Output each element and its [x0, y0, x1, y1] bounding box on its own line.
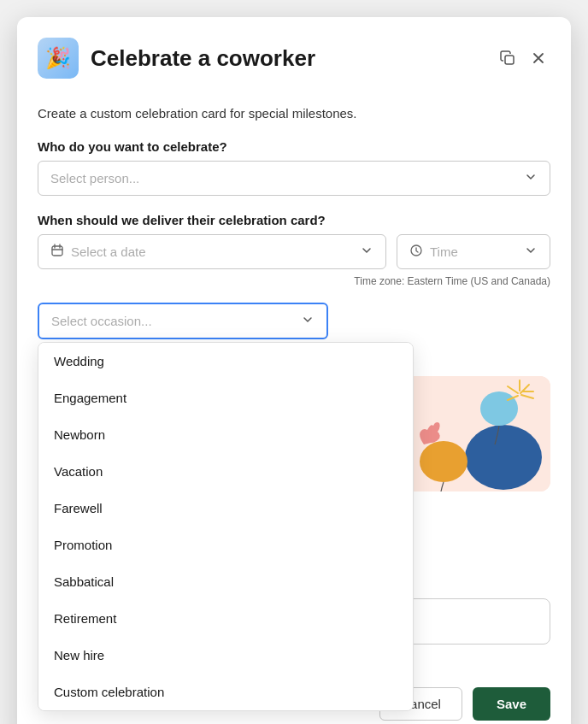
occasion-option-newborn[interactable]: Newborn [38, 416, 413, 453]
person-placeholder: Select person... [50, 171, 139, 185]
occasion-option-retirement[interactable]: Retirement [38, 600, 413, 637]
time-placeholder: Time [430, 244, 517, 259]
modal-body: Create a custom celebration card for spe… [17, 92, 571, 377]
subtitle: Create a custom celebration card for spe… [38, 106, 550, 121]
date-select[interactable]: Select a date [38, 234, 386, 269]
occasion-select[interactable]: Select occasion... [38, 303, 328, 339]
occasion-placeholder: Select occasion... [51, 314, 152, 328]
header-actions [496, 46, 550, 70]
close-icon [530, 50, 547, 67]
occasion-chevron-icon [301, 313, 315, 329]
occasion-dropdown-menu: Wedding Engagement Newborn Vacation Fare… [38, 342, 414, 711]
svg-point-4 [465, 425, 542, 490]
date-placeholder: Select a date [71, 244, 353, 259]
svg-point-6 [480, 391, 518, 426]
modal-container: 🎉 Celebrate a coworker Create a custom c… [17, 17, 571, 724]
occasion-option-engagement[interactable]: Engagement [38, 380, 413, 416]
occasion-option-wedding[interactable]: Wedding [38, 343, 413, 380]
calendar-icon [50, 244, 64, 260]
timezone-note: Time zone: Eastern Time (US and Canada) [38, 274, 550, 289]
save-button[interactable]: Save [473, 687, 550, 721]
chevron-down-icon [524, 170, 538, 186]
date-chevron-icon [360, 244, 373, 260]
clock-icon [409, 244, 423, 260]
svg-rect-0 [505, 56, 514, 64]
occasion-option-sabbatical[interactable]: Sabbatical [38, 563, 413, 600]
app-icon: 🎉 [38, 38, 79, 79]
copy-icon [499, 50, 516, 67]
time-select[interactable]: Time [397, 234, 550, 269]
who-label: Who do you want to celebrate? [38, 139, 550, 154]
time-chevron-icon [524, 244, 538, 260]
person-select[interactable]: Select person... [38, 161, 550, 196]
modal-title: Celebrate a coworker [91, 45, 484, 72]
copy-button[interactable] [496, 46, 520, 70]
svg-point-5 [420, 441, 467, 482]
date-time-row: Select a date Time [38, 234, 550, 269]
occasion-option-new-hire[interactable]: New hire [38, 637, 413, 674]
close-button[interactable] [526, 46, 550, 70]
modal-header: 🎉 Celebrate a coworker [17, 17, 571, 92]
occasion-option-promotion[interactable]: Promotion [38, 527, 413, 563]
svg-rect-1 [52, 246, 62, 256]
occasion-area: Select occasion... Wedding Engagement Ne… [38, 303, 550, 339]
occasion-option-farewell[interactable]: Farewell [38, 490, 413, 527]
when-label: When should we deliver their celebration… [38, 213, 550, 227]
occasion-option-custom[interactable]: Custom celebration [38, 674, 413, 710]
occasion-option-vacation[interactable]: Vacation [38, 453, 413, 490]
